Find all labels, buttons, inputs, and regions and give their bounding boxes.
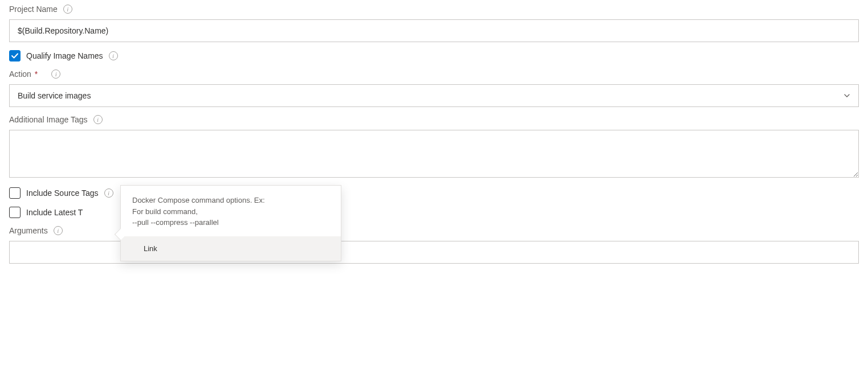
- action-value: Build service images: [18, 91, 91, 100]
- info-icon[interactable]: i: [104, 188, 113, 198]
- additional-image-tags-input[interactable]: [9, 130, 859, 178]
- include-latest-tag-label: Include Latest T: [26, 208, 83, 217]
- info-icon[interactable]: i: [93, 115, 103, 124]
- action-label: Action: [9, 69, 31, 79]
- tooltip-link[interactable]: Link: [121, 236, 341, 261]
- qualify-image-names-label: Qualify Image Names: [26, 51, 103, 60]
- info-icon[interactable]: i: [109, 51, 118, 60]
- include-latest-tag-checkbox[interactable]: [9, 207, 21, 218]
- required-marker: *: [35, 69, 38, 79]
- include-source-tags-label: Include Source Tags: [26, 188, 99, 198]
- info-icon[interactable]: i: [54, 226, 63, 235]
- info-icon[interactable]: i: [51, 69, 60, 79]
- arguments-tooltip: Docker Compose command options. Ex: For …: [120, 185, 341, 261]
- qualify-image-names-checkbox[interactable]: [9, 50, 21, 61]
- info-icon[interactable]: i: [63, 5, 72, 14]
- tooltip-text: Docker Compose command options. Ex: For …: [121, 186, 341, 236]
- project-name-input[interactable]: [9, 19, 859, 42]
- arguments-label: Arguments: [9, 226, 48, 235]
- checkmark-icon: [11, 52, 19, 60]
- project-name-label: Project Name: [9, 5, 58, 14]
- additional-image-tags-label: Additional Image Tags: [9, 115, 88, 124]
- include-source-tags-checkbox[interactable]: [9, 187, 21, 199]
- action-select[interactable]: Build service images: [9, 84, 859, 107]
